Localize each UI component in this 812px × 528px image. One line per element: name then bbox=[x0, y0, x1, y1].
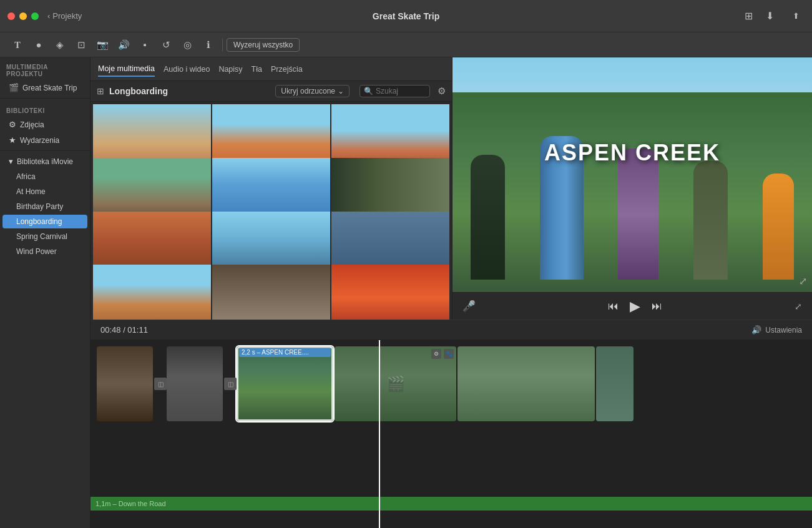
expand-preview-icon[interactable]: ⤢ bbox=[799, 275, 807, 287]
window-controls bbox=[7, 12, 39, 20]
sidebar-label-wydarzenia: Wydarzenia bbox=[20, 136, 59, 145]
clip-4[interactable]: ⚙ 🐾 🎬 bbox=[335, 346, 456, 421]
media-browser-header: ⊞ Longboarding Ukryj odrzucone ⌄ 🔍 ⚙ bbox=[90, 81, 452, 102]
timeline-inner: ◫ ◫ 2,2 s – ASPEN CREE.... bbox=[90, 340, 812, 528]
transition-handle-1[interactable]: ◫ bbox=[154, 378, 167, 390]
media-browser: Moje multimedia Audio i wideo Napisy Tła… bbox=[90, 57, 452, 320]
preview-main: ASPEN CREEK ⤢ bbox=[452, 57, 812, 292]
close-button[interactable] bbox=[7, 12, 15, 20]
camera-tool-icon[interactable]: 📷 bbox=[92, 36, 112, 54]
search-input[interactable] bbox=[376, 87, 426, 95]
clip-6[interactable] bbox=[596, 346, 633, 421]
search-icon: 🔍 bbox=[364, 87, 373, 95]
window-title: Great Skate Trip bbox=[373, 11, 439, 21]
sidebar-item-great-skate-trip[interactable]: 🎬 Great Skate Trip bbox=[2, 81, 87, 95]
media-search-box[interactable]: 🔍 bbox=[360, 85, 430, 97]
thumb-cell-12[interactable] bbox=[331, 265, 449, 320]
clip-5[interactable] bbox=[457, 346, 595, 421]
sidebar-divider-1 bbox=[0, 98, 90, 99]
sidebar-item-wind-power[interactable]: Wind Power bbox=[2, 245, 87, 258]
playhead[interactable] bbox=[379, 340, 380, 528]
back-label: Projekty bbox=[52, 11, 82, 21]
timeline-settings-button[interactable]: 🔊 Ustawienia bbox=[751, 325, 802, 335]
import-icon[interactable]: ⬇ bbox=[761, 7, 778, 25]
sidebar-item-africa[interactable]: Africa bbox=[2, 170, 87, 183]
scrub-icon-2[interactable]: 🐾 bbox=[444, 349, 454, 359]
libraries-section-label: BIBLIOTEKI bbox=[0, 101, 90, 117]
chevron-down-icon: ▾ bbox=[9, 157, 13, 166]
share-icon[interactable]: ⬆ bbox=[787, 7, 805, 25]
playback-controls: ⏮ ▶ ⏭ bbox=[608, 298, 662, 315]
thumb-cell-11[interactable] bbox=[212, 265, 330, 320]
go-to-start-button[interactable]: ⏮ bbox=[608, 300, 619, 313]
sidebar-item-spring-carnival[interactable]: Spring Carnival bbox=[2, 230, 87, 243]
toolbar-tools: 𝐓 ● ◈ ⊡ 📷 🔊 ▪ ↺ ◎ ℹ Wyzeruj wszystko bbox=[7, 36, 300, 54]
thumb-cell-10[interactable] bbox=[93, 265, 211, 320]
video-track: ◫ ◫ 2,2 s – ASPEN CREE.... bbox=[90, 340, 812, 428]
editing-toolbar: 𝐓 ● ◈ ⊡ 📷 🔊 ▪ ↺ ◎ ℹ Wyzeruj wszystko bbox=[0, 32, 812, 57]
sidebar-item-imovie-library[interactable]: ▾ Biblioteka iMovie bbox=[2, 154, 87, 169]
sidebar-item-longboarding[interactable]: Longboarding bbox=[2, 215, 87, 228]
minimize-button[interactable] bbox=[19, 12, 27, 20]
sidebar-item-wydarzenia[interactable]: ★ Wydarzenia bbox=[2, 133, 87, 147]
clip-2[interactable] bbox=[167, 346, 223, 421]
sidebar-label-at-home: At Home bbox=[16, 187, 46, 196]
tab-moje-multimedia[interactable]: Moje multimedia bbox=[98, 62, 155, 77]
timecode-display: 00:48 / 01:11 bbox=[100, 325, 148, 335]
audio-track-label: 1,1m – Down the Road bbox=[95, 500, 166, 507]
transition-handle-2[interactable]: ◫ bbox=[224, 378, 237, 390]
titlebar: ‹ Projekty Great Skate Trip ⊞ ⬇ ⬆ bbox=[0, 0, 812, 32]
media-browser-title: Longboarding bbox=[109, 86, 168, 96]
sidebar-label-africa: Africa bbox=[16, 172, 36, 181]
sidebar-divider-2 bbox=[0, 150, 90, 151]
sidebar-label-longboarding: Longboarding bbox=[16, 217, 62, 226]
info-tool-icon[interactable]: ℹ bbox=[198, 36, 218, 54]
play-pause-button[interactable]: ▶ bbox=[630, 298, 640, 315]
tab-napisy[interactable]: Napisy bbox=[218, 62, 242, 76]
tab-przejscia[interactable]: Przejścia bbox=[271, 62, 303, 76]
clip-1[interactable] bbox=[97, 346, 153, 421]
filter-tool-icon[interactable]: ◈ bbox=[50, 36, 70, 54]
preview-bg bbox=[452, 57, 812, 292]
text-tool-icon[interactable]: 𝐓 bbox=[7, 36, 27, 54]
crop-tool-icon[interactable]: ⊡ bbox=[71, 36, 91, 54]
timeline-area: 00:48 / 01:11 🔊 Ustawienia ◫ bbox=[90, 320, 812, 528]
media-tabs: Moje multimedia Audio i wideo Napisy Tła… bbox=[90, 57, 452, 81]
top-content: Moje multimedia Audio i wideo Napisy Tła… bbox=[90, 57, 812, 320]
scrub-icon-1[interactable]: ⚙ bbox=[431, 349, 441, 359]
microphone-icon[interactable]: 🎤 bbox=[462, 300, 476, 313]
volume-tool-icon[interactable]: 🔊 bbox=[114, 36, 134, 54]
tab-tla[interactable]: Tła bbox=[252, 62, 262, 76]
sidebar-item-birthday-party[interactable]: Birthday Party bbox=[2, 200, 87, 213]
grid-view-icon[interactable]: ⊞ bbox=[740, 7, 757, 25]
chevron-left-icon: ‹ bbox=[47, 11, 50, 21]
sidebar-item-zdjecia[interactable]: ⚙ Zdjęcia bbox=[2, 117, 87, 132]
grid-view-toggle-icon[interactable]: ⊞ bbox=[97, 86, 104, 96]
maximize-button[interactable] bbox=[31, 12, 39, 20]
events-icon: ★ bbox=[9, 135, 16, 145]
clip-3-selected[interactable]: 2,2 s – ASPEN CREE.... bbox=[237, 346, 333, 421]
speed-tool-icon[interactable]: ↺ bbox=[156, 36, 176, 54]
playhead-triangle bbox=[376, 340, 383, 341]
tab-audio-wideo[interactable]: Audio i wideo bbox=[164, 62, 210, 76]
sidebar-label-birthday-party: Birthday Party bbox=[16, 202, 63, 211]
media-settings-icon[interactable]: ⚙ bbox=[438, 86, 446, 97]
stabilize-tool-icon[interactable]: ◎ bbox=[177, 36, 197, 54]
clip-label: 2,2 s – ASPEN CREE.... bbox=[239, 348, 331, 357]
color-tool-icon[interactable]: ● bbox=[29, 36, 49, 54]
filter-chevron-icon: ⌄ bbox=[338, 87, 344, 95]
back-button[interactable]: ‹ Projekty bbox=[47, 11, 82, 21]
filter-dropdown[interactable]: Ukryj odrzucone ⌄ bbox=[275, 85, 350, 97]
timeline-tracks: ◫ ◫ 2,2 s – ASPEN CREE.... bbox=[90, 340, 812, 528]
clear-all-button[interactable]: Wyzeruj wszystko bbox=[227, 38, 300, 52]
volume-slider-icon: 🔊 bbox=[751, 325, 761, 335]
go-to-end-button[interactable]: ⏭ bbox=[652, 300, 662, 313]
sidebar-item-at-home[interactable]: At Home bbox=[2, 185, 87, 198]
audio-track: 1,1m – Down the Road bbox=[90, 497, 812, 511]
chart-tool-icon[interactable]: ▪ bbox=[135, 36, 155, 54]
main-layout: MULTIMEDIA PROJEKTU 🎬 Great Skate Trip B… bbox=[0, 57, 812, 528]
video-preview: ASPEN CREEK ⤢ 🎤 ⏮ ▶ ⏭ ⤢ bbox=[452, 57, 812, 320]
preview-title-overlay: ASPEN CREEK bbox=[544, 140, 720, 166]
fullscreen-icon[interactable]: ⤢ bbox=[795, 301, 802, 311]
preview-controls-bar: 🎤 ⏮ ▶ ⏭ ⤢ bbox=[452, 292, 812, 320]
